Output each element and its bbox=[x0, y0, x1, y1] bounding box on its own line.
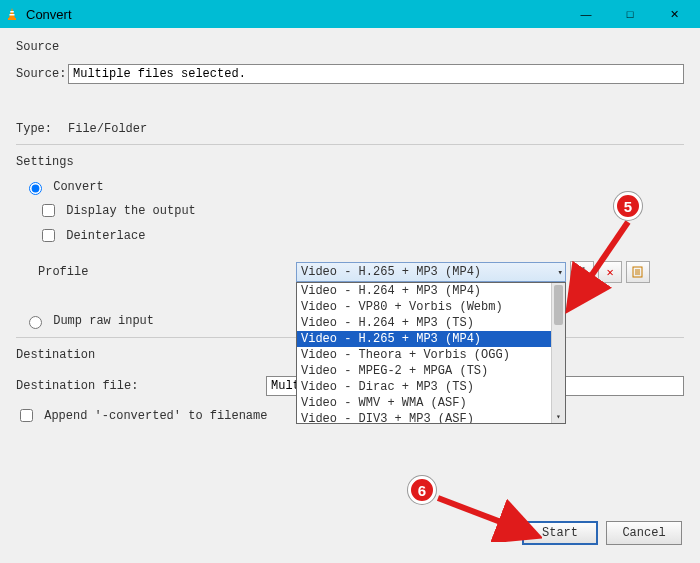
settings-section-title: Settings bbox=[16, 155, 684, 169]
display-output-row[interactable]: Display the output bbox=[38, 201, 684, 220]
profile-option[interactable]: Video - VP80 + Vorbis (Webm) bbox=[297, 299, 565, 315]
new-profile-button[interactable] bbox=[626, 261, 650, 283]
source-input[interactable] bbox=[68, 64, 684, 84]
source-label: Source: bbox=[16, 67, 68, 81]
deinterlace-row[interactable]: Deinterlace bbox=[38, 226, 684, 245]
svg-marker-0 bbox=[9, 8, 15, 18]
maximize-button[interactable]: □ bbox=[608, 0, 652, 28]
dump-raw-input-label: Dump raw input bbox=[53, 314, 154, 328]
delete-profile-button[interactable]: ✕ bbox=[598, 261, 622, 283]
annotation-badge-5: 5 bbox=[614, 192, 642, 220]
profile-option[interactable]: Video - MPEG-2 + MPGA (TS) bbox=[297, 363, 565, 379]
display-output-label: Display the output bbox=[66, 204, 196, 218]
deinterlace-checkbox[interactable] bbox=[42, 229, 55, 242]
svg-rect-3 bbox=[10, 14, 15, 16]
profile-label: Profile bbox=[16, 265, 296, 279]
type-value: File/Folder bbox=[68, 122, 147, 136]
edit-profile-button[interactable] bbox=[570, 261, 594, 283]
new-profile-icon bbox=[631, 265, 645, 279]
svg-rect-2 bbox=[10, 11, 14, 13]
append-converted-label: Append '-converted' to filename bbox=[44, 409, 267, 423]
svg-line-11 bbox=[438, 498, 532, 534]
profile-option[interactable]: Video - DIV3 + MP3 (ASF) bbox=[297, 411, 565, 423]
wrench-icon bbox=[575, 265, 589, 279]
profile-dropdown: Video - H.264 + MP3 (MP4)Video - VP80 + … bbox=[296, 282, 566, 424]
dump-raw-input-radio[interactable] bbox=[29, 316, 42, 329]
convert-radio[interactable] bbox=[29, 182, 42, 195]
profile-option[interactable]: Video - Theora + Vorbis (OGG) bbox=[297, 347, 565, 363]
close-window-button[interactable]: ✕ bbox=[652, 0, 696, 28]
append-converted-checkbox[interactable] bbox=[20, 409, 33, 422]
minimize-button[interactable]: — bbox=[564, 0, 608, 28]
svg-rect-1 bbox=[8, 18, 16, 20]
display-output-checkbox[interactable] bbox=[42, 204, 55, 217]
convert-label: Convert bbox=[53, 180, 103, 194]
titlebar: Convert — □ ✕ bbox=[0, 0, 700, 28]
vlc-icon bbox=[4, 6, 20, 22]
start-button[interactable]: Start bbox=[522, 521, 598, 545]
source-section-title: Source bbox=[16, 40, 684, 54]
profile-option[interactable]: Video - Dirac + MP3 (TS) bbox=[297, 379, 565, 395]
convert-radio-row[interactable]: Convert bbox=[24, 179, 684, 195]
chevron-down-icon: ▾ bbox=[558, 267, 563, 278]
profile-select[interactable]: Video - H.265 + MP3 (MP4) ▾ bbox=[296, 262, 566, 282]
window-title: Convert bbox=[26, 7, 564, 22]
scroll-thumb[interactable] bbox=[554, 285, 563, 325]
cancel-button[interactable]: Cancel bbox=[606, 521, 682, 545]
type-label: Type: bbox=[16, 122, 68, 136]
annotation-badge-6: 6 bbox=[408, 476, 436, 504]
scroll-down-icon[interactable]: ▾ bbox=[552, 411, 565, 423]
destination-file-label: Destination file: bbox=[16, 379, 266, 393]
profile-option[interactable]: Video - H.265 + MP3 (MP4) bbox=[297, 331, 565, 347]
dropdown-scrollbar[interactable]: ▴ ▾ bbox=[551, 283, 565, 423]
profile-option[interactable]: Video - H.264 + MP3 (MP4) bbox=[297, 283, 565, 299]
deinterlace-label: Deinterlace bbox=[66, 229, 145, 243]
profile-option[interactable]: Video - H.264 + MP3 (TS) bbox=[297, 315, 565, 331]
profile-option[interactable]: Video - WMV + WMA (ASF) bbox=[297, 395, 565, 411]
profile-selected-text: Video - H.265 + MP3 (MP4) bbox=[301, 265, 481, 279]
